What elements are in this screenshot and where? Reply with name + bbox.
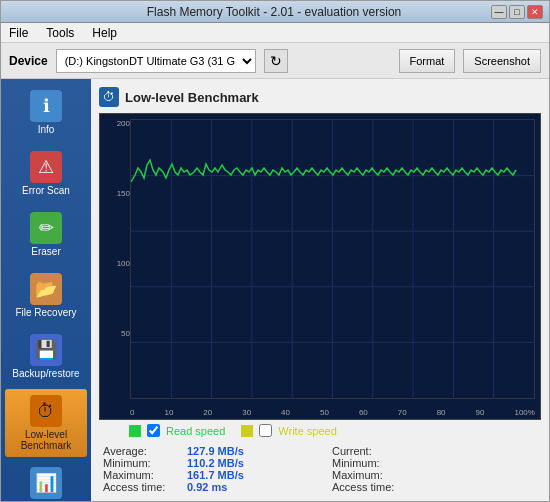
toolbar: Device (D:) KingstonDT Ultimate G3 (31 G… [1, 43, 549, 79]
write-speed-checkbox[interactable] [259, 424, 272, 437]
stat-access-time-label: Access time: [103, 481, 183, 493]
close-button[interactable]: ✕ [527, 5, 543, 19]
y-label-150: 150 [102, 189, 130, 198]
x-label-0: 0 [130, 408, 134, 417]
x-label-90: 90 [476, 408, 485, 417]
sidebar-label-low-level-benchmark: Low-level Benchmark [9, 429, 83, 451]
error-scan-icon: ⚠ [30, 151, 62, 183]
y-label-50: 50 [102, 329, 130, 338]
y-label-100: 100 [102, 259, 130, 268]
y-label-200: 200 [102, 119, 130, 128]
benchmark-header-icon: ⏱ [99, 87, 119, 107]
legend-row: Read speed Write speed [99, 424, 541, 437]
read-speed-checkbox[interactable] [147, 424, 160, 437]
menu-help[interactable]: Help [88, 24, 121, 42]
chart-svg [131, 120, 534, 398]
stat-r-maximum-label: Maximum: [332, 469, 412, 481]
main-panel: ⏱ Low-level Benchmark 200 150 100 50 [91, 79, 549, 501]
stat-current-row: Current: [332, 445, 541, 457]
stat-maximum-value: 161.7 MB/s [187, 469, 244, 481]
sidebar-item-file-benchmark[interactable]: 📊 File Benchmark [5, 461, 87, 501]
x-label-80: 80 [437, 408, 446, 417]
sidebar-item-error-scan[interactable]: ⚠ Error Scan [5, 145, 87, 202]
stat-minimum-value: 110.2 MB/s [187, 457, 244, 469]
chart-container: 200 150 100 50 [99, 113, 541, 420]
x-label-60: 60 [359, 408, 368, 417]
stat-maximum-label: Maximum: [103, 469, 183, 481]
screenshot-button[interactable]: Screenshot [463, 49, 541, 73]
stat-access-time-value: 0.92 ms [187, 481, 227, 493]
sidebar-label-error-scan: Error Scan [22, 185, 70, 196]
x-axis-labels: 0 10 20 30 40 50 60 70 80 90 100% [130, 408, 535, 417]
sidebar-label-backup-restore: Backup/restore [12, 368, 79, 379]
x-label-10: 10 [164, 408, 173, 417]
legend-read-color [129, 425, 141, 437]
x-label-20: 20 [203, 408, 212, 417]
eraser-icon: ✏ [30, 212, 62, 244]
stat-current-label: Current: [332, 445, 412, 457]
menu-bar: File Tools Help [1, 23, 549, 43]
benchmark-title: Low-level Benchmark [125, 90, 259, 105]
chart-plot-area [130, 119, 535, 399]
x-label-50: 50 [320, 408, 329, 417]
device-label: Device [9, 54, 48, 68]
sidebar-label-file-recovery: File Recovery [15, 307, 76, 318]
y-axis-labels: 200 150 100 50 [102, 119, 130, 399]
stat-average-value: 127.9 MB/s [187, 445, 244, 457]
legend-read: Read speed [129, 424, 225, 437]
info-icon: ℹ [30, 90, 62, 122]
stat-minimum-row: Minimum: 110.2 MB/s [103, 457, 312, 469]
file-recovery-icon: 📂 [30, 273, 62, 305]
sidebar-item-info[interactable]: ℹ Info [5, 84, 87, 141]
stat-r-access-time-label: Access time: [332, 481, 412, 493]
maximize-button[interactable]: □ [509, 5, 525, 19]
sidebar-item-eraser[interactable]: ✏ Eraser [5, 206, 87, 263]
stats-right: Current: Minimum: Maximum: Access time: [332, 445, 541, 493]
minimize-button[interactable]: — [491, 5, 507, 19]
stat-access-time-row: Access time: 0.92 ms [103, 481, 312, 493]
stat-average-row: Average: 127.9 MB/s [103, 445, 312, 457]
x-label-100: 100% [514, 408, 534, 417]
stat-minimum-label: Minimum: [103, 457, 183, 469]
sidebar-item-backup-restore[interactable]: 💾 Backup/restore [5, 328, 87, 385]
benchmark-header: ⏱ Low-level Benchmark [99, 87, 541, 107]
stat-maximum-row: Maximum: 161.7 MB/s [103, 469, 312, 481]
legend-write: Write speed [241, 424, 337, 437]
menu-tools[interactable]: Tools [42, 24, 78, 42]
stat-r-minimum-label: Minimum: [332, 457, 412, 469]
stat-r-maximum-row: Maximum: [332, 469, 541, 481]
legend-write-label: Write speed [278, 425, 337, 437]
menu-file[interactable]: File [5, 24, 32, 42]
x-label-30: 30 [242, 408, 251, 417]
sidebar-label-eraser: Eraser [31, 246, 60, 257]
legend-read-label: Read speed [166, 425, 225, 437]
sidebar: ℹ Info ⚠ Error Scan ✏ Eraser 📂 File Reco… [1, 79, 91, 501]
sidebar-item-low-level-benchmark[interactable]: ⏱ Low-level Benchmark [5, 389, 87, 457]
backup-restore-icon: 💾 [30, 334, 62, 366]
refresh-button[interactable]: ↻ [264, 49, 288, 73]
low-level-benchmark-icon: ⏱ [30, 395, 62, 427]
format-button[interactable]: Format [399, 49, 456, 73]
stats-grid: Average: 127.9 MB/s Minimum: 110.2 MB/s … [99, 445, 541, 493]
x-label-40: 40 [281, 408, 290, 417]
window-title: Flash Memory Toolkit - 2.01 - evaluation… [57, 5, 491, 19]
legend-write-color [241, 425, 253, 437]
sidebar-item-file-recovery[interactable]: 📂 File Recovery [5, 267, 87, 324]
title-bar: Flash Memory Toolkit - 2.01 - evaluation… [1, 1, 549, 23]
main-window: Flash Memory Toolkit - 2.01 - evaluation… [0, 0, 550, 502]
file-benchmark-icon: 📊 [30, 467, 62, 499]
stat-average-label: Average: [103, 445, 183, 457]
content-area: ℹ Info ⚠ Error Scan ✏ Eraser 📂 File Reco… [1, 79, 549, 501]
sidebar-label-info: Info [38, 124, 55, 135]
x-label-70: 70 [398, 408, 407, 417]
device-select[interactable]: (D:) KingstonDT Ultimate G3 (31 GB) [56, 49, 256, 73]
stat-r-access-time-row: Access time: [332, 481, 541, 493]
stat-r-minimum-row: Minimum: [332, 457, 541, 469]
stats-left: Average: 127.9 MB/s Minimum: 110.2 MB/s … [103, 445, 312, 493]
title-buttons: — □ ✕ [491, 5, 543, 19]
